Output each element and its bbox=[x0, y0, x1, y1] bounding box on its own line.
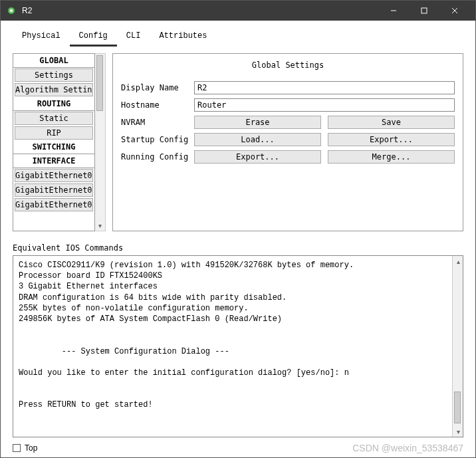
close-button[interactable] bbox=[439, 1, 470, 21]
sidebar-item-ge02[interactable]: GigabitEthernet0/2 bbox=[15, 198, 93, 211]
svg-point-1 bbox=[10, 9, 13, 12]
running-config-label: Running Config bbox=[121, 152, 189, 162]
chevron-down-icon[interactable]: ▾ bbox=[453, 426, 463, 437]
hostname-input[interactable] bbox=[194, 98, 455, 112]
sidebar-item-rip[interactable]: RIP bbox=[15, 126, 93, 140]
panel-title: Global Settings bbox=[113, 54, 463, 79]
nvram-erase-button[interactable]: Erase bbox=[194, 116, 321, 129]
sidebar-item-algorithm-settings[interactable]: Algorithm Settings bbox=[15, 83, 93, 96]
window-title: R2 bbox=[22, 6, 32, 15]
tab-config[interactable]: Config bbox=[70, 29, 117, 47]
nvram-save-button[interactable]: Save bbox=[328, 116, 455, 129]
sidebar-scrollbar[interactable]: ▾ bbox=[95, 53, 106, 231]
top-checkbox[interactable]: Top bbox=[13, 443, 37, 453]
window-titlebar: R2 bbox=[1, 1, 475, 21]
scrollbar-thumb[interactable] bbox=[96, 55, 103, 111]
sidebar-header-switching: SWITCHING bbox=[13, 140, 94, 154]
maximize-button[interactable] bbox=[409, 1, 439, 21]
minimize-button[interactable] bbox=[378, 1, 409, 21]
scrollbar-thumb[interactable] bbox=[454, 392, 461, 423]
config-sidebar: GLOBAL Settings Algorithm Settings ROUTI… bbox=[13, 53, 95, 231]
ios-commands-label: Equivalent IOS Commands bbox=[13, 243, 463, 253]
tab-cli[interactable]: CLI bbox=[117, 29, 150, 47]
top-checkbox-label: Top bbox=[25, 443, 37, 453]
sidebar-header-global: GLOBAL bbox=[13, 54, 94, 68]
sidebar-item-static[interactable]: Static bbox=[15, 112, 93, 125]
watermark-text: CSDN @weixin_53538467 bbox=[352, 443, 463, 453]
running-merge-button[interactable]: Merge... bbox=[328, 150, 455, 164]
terminal-output: Cisco CISCO2911/K9 (revision 1.0) with 4… bbox=[13, 256, 463, 437]
startup-export-button[interactable]: Export... bbox=[328, 133, 455, 146]
display-name-input[interactable] bbox=[194, 81, 455, 94]
sidebar-item-settings[interactable]: Settings bbox=[15, 68, 93, 82]
sidebar-header-routing: ROUTING bbox=[13, 97, 94, 111]
tab-attributes[interactable]: Attributes bbox=[150, 29, 216, 47]
startup-load-button[interactable]: Load... bbox=[194, 133, 321, 146]
chevron-up-icon[interactable]: ▴ bbox=[453, 256, 463, 267]
startup-config-label: Startup Config bbox=[121, 135, 189, 144]
svg-rect-3 bbox=[421, 8, 427, 13]
tab-physical[interactable]: Physical bbox=[13, 29, 70, 47]
sidebar-item-ge00[interactable]: GigabitEthernet0/0 bbox=[15, 169, 93, 182]
sidebar-item-ge01[interactable]: GigabitEthernet0/1 bbox=[15, 183, 93, 197]
device-icon bbox=[6, 5, 17, 16]
terminal-scrollbar[interactable]: ▴ ▾ bbox=[452, 256, 463, 437]
config-tabs: Physical Config CLI Attributes bbox=[13, 29, 463, 47]
checkbox-icon[interactable] bbox=[13, 444, 21, 452]
chevron-down-icon[interactable]: ▾ bbox=[95, 220, 104, 231]
running-export-button[interactable]: Export... bbox=[194, 150, 321, 164]
global-settings-panel: Global Settings Display Name Hostname NV… bbox=[112, 53, 463, 231]
hostname-label: Hostname bbox=[121, 100, 189, 110]
display-name-label: Display Name bbox=[121, 83, 189, 92]
ios-commands-terminal[interactable]: Cisco CISCO2911/K9 (revision 1.0) with 4… bbox=[13, 255, 463, 437]
nvram-label: NVRAM bbox=[121, 118, 189, 127]
sidebar-header-interface: INTERFACE bbox=[13, 154, 94, 168]
